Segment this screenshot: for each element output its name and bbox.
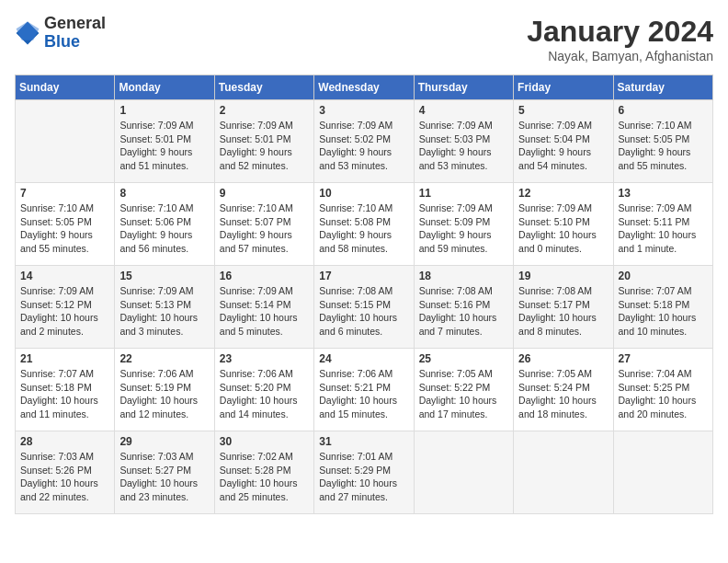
calendar-cell <box>16 100 115 183</box>
day-info: Sunrise: 7:09 AM Sunset: 5:09 PM Dayligh… <box>419 201 508 256</box>
day-info: Sunrise: 7:06 AM Sunset: 5:21 PM Dayligh… <box>319 367 408 421</box>
weekday-header: Sunday <box>16 75 115 100</box>
day-info: Sunrise: 7:09 AM Sunset: 5:10 PM Dayligh… <box>518 201 608 256</box>
day-info: Sunrise: 7:08 AM Sunset: 5:16 PM Dayligh… <box>419 284 508 339</box>
day-number: 25 <box>419 352 508 365</box>
day-number: 7 <box>20 187 109 200</box>
calendar-cell: 10Sunrise: 7:10 AM Sunset: 5:08 PM Dayli… <box>314 183 414 266</box>
calendar-week-row: 21Sunrise: 7:07 AM Sunset: 5:18 PM Dayli… <box>16 349 713 431</box>
calendar-week-row: 14Sunrise: 7:09 AM Sunset: 5:12 PM Dayli… <box>16 266 713 349</box>
day-number: 19 <box>518 270 608 282</box>
day-number: 27 <box>619 352 708 365</box>
calendar-cell <box>414 431 513 514</box>
day-number: 6 <box>619 104 708 117</box>
calendar-cell: 7Sunrise: 7:10 AM Sunset: 5:05 PM Daylig… <box>16 183 115 266</box>
calendar-cell <box>613 431 712 514</box>
day-info: Sunrise: 7:09 AM Sunset: 5:04 PM Dayligh… <box>518 119 608 173</box>
day-number: 26 <box>518 352 608 365</box>
day-info: Sunrise: 7:09 AM Sunset: 5:14 PM Dayligh… <box>220 284 309 339</box>
day-number: 28 <box>20 435 109 448</box>
day-number: 16 <box>220 270 309 282</box>
calendar-cell: 23Sunrise: 7:06 AM Sunset: 5:20 PM Dayli… <box>214 349 313 431</box>
day-info: Sunrise: 7:09 AM Sunset: 5:03 PM Dayligh… <box>419 119 508 173</box>
day-number: 17 <box>319 270 408 282</box>
day-number: 2 <box>220 104 309 117</box>
calendar-cell: 5Sunrise: 7:09 AM Sunset: 5:04 PM Daylig… <box>514 100 613 183</box>
day-number: 4 <box>419 104 508 117</box>
weekday-header: Wednesday <box>314 75 414 100</box>
calendar-cell: 14Sunrise: 7:09 AM Sunset: 5:12 PM Dayli… <box>16 266 115 349</box>
calendar-cell: 18Sunrise: 7:08 AM Sunset: 5:16 PM Dayli… <box>414 266 513 349</box>
day-info: Sunrise: 7:10 AM Sunset: 5:05 PM Dayligh… <box>20 201 109 256</box>
day-number: 11 <box>419 187 508 200</box>
logo-general: General <box>44 14 106 32</box>
day-info: Sunrise: 7:10 AM Sunset: 5:07 PM Dayligh… <box>220 201 309 256</box>
weekday-header: Thursday <box>414 75 513 100</box>
calendar-body: 1Sunrise: 7:09 AM Sunset: 5:01 PM Daylig… <box>16 100 713 514</box>
day-info: Sunrise: 7:10 AM Sunset: 5:06 PM Dayligh… <box>119 201 209 256</box>
calendar-cell: 8Sunrise: 7:10 AM Sunset: 5:06 PM Daylig… <box>115 183 214 266</box>
day-info: Sunrise: 7:05 AM Sunset: 5:24 PM Dayligh… <box>518 367 608 421</box>
logo-icon <box>15 20 40 46</box>
day-info: Sunrise: 7:08 AM Sunset: 5:15 PM Dayligh… <box>319 284 408 339</box>
calendar-cell: 6Sunrise: 7:10 AM Sunset: 5:05 PM Daylig… <box>613 100 712 183</box>
calendar-week-row: 1Sunrise: 7:09 AM Sunset: 5:01 PM Daylig… <box>16 100 713 183</box>
calendar-cell: 3Sunrise: 7:09 AM Sunset: 5:02 PM Daylig… <box>314 100 414 183</box>
day-info: Sunrise: 7:06 AM Sunset: 5:19 PM Dayligh… <box>119 367 209 421</box>
day-info: Sunrise: 7:04 AM Sunset: 5:25 PM Dayligh… <box>619 367 708 421</box>
weekday-header: Friday <box>514 75 613 100</box>
calendar-cell: 17Sunrise: 7:08 AM Sunset: 5:15 PM Dayli… <box>314 266 414 349</box>
calendar-cell: 24Sunrise: 7:06 AM Sunset: 5:21 PM Dayli… <box>314 349 414 431</box>
day-number: 31 <box>319 435 408 448</box>
calendar-cell: 30Sunrise: 7:02 AM Sunset: 5:28 PM Dayli… <box>214 431 313 514</box>
calendar-cell: 2Sunrise: 7:09 AM Sunset: 5:01 PM Daylig… <box>214 100 313 183</box>
weekday-header: Saturday <box>613 75 712 100</box>
logo-blue: Blue <box>44 32 80 51</box>
day-info: Sunrise: 7:09 AM Sunset: 5:12 PM Dayligh… <box>20 284 109 339</box>
weekday-header: Tuesday <box>214 75 313 100</box>
day-info: Sunrise: 7:03 AM Sunset: 5:26 PM Dayligh… <box>20 450 109 504</box>
day-number: 12 <box>518 187 608 200</box>
day-number: 1 <box>119 104 209 117</box>
day-number: 23 <box>220 352 309 365</box>
calendar-cell: 22Sunrise: 7:06 AM Sunset: 5:19 PM Dayli… <box>115 349 214 431</box>
calendar-cell: 29Sunrise: 7:03 AM Sunset: 5:27 PM Dayli… <box>115 431 214 514</box>
title-block: January 2024 Nayak, Bamyan, Afghanistan <box>527 15 713 63</box>
calendar-cell: 13Sunrise: 7:09 AM Sunset: 5:11 PM Dayli… <box>613 183 712 266</box>
calendar-week-row: 28Sunrise: 7:03 AM Sunset: 5:26 PM Dayli… <box>16 431 713 514</box>
day-info: Sunrise: 7:09 AM Sunset: 5:02 PM Dayligh… <box>319 119 408 173</box>
calendar-cell: 26Sunrise: 7:05 AM Sunset: 5:24 PM Dayli… <box>514 349 613 431</box>
page-header: General Blue January 2024 Nayak, Bamyan,… <box>15 15 713 63</box>
day-info: Sunrise: 7:09 AM Sunset: 5:13 PM Dayligh… <box>119 284 209 339</box>
day-info: Sunrise: 7:06 AM Sunset: 5:20 PM Dayligh… <box>220 367 309 421</box>
calendar-cell: 20Sunrise: 7:07 AM Sunset: 5:18 PM Dayli… <box>613 266 712 349</box>
day-number: 30 <box>220 435 309 448</box>
calendar-cell: 4Sunrise: 7:09 AM Sunset: 5:03 PM Daylig… <box>414 100 513 183</box>
day-number: 5 <box>518 104 608 117</box>
weekday-header: Monday <box>115 75 214 100</box>
calendar-cell: 25Sunrise: 7:05 AM Sunset: 5:22 PM Dayli… <box>414 349 513 431</box>
day-number: 29 <box>119 435 209 448</box>
day-info: Sunrise: 7:08 AM Sunset: 5:17 PM Dayligh… <box>518 284 608 339</box>
day-info: Sunrise: 7:09 AM Sunset: 5:11 PM Dayligh… <box>619 201 708 256</box>
day-number: 3 <box>319 104 408 117</box>
day-info: Sunrise: 7:07 AM Sunset: 5:18 PM Dayligh… <box>20 367 109 421</box>
logo-text: General Blue <box>44 15 106 52</box>
calendar-cell: 16Sunrise: 7:09 AM Sunset: 5:14 PM Dayli… <box>214 266 313 349</box>
day-number: 14 <box>20 270 109 282</box>
svg-marker-1 <box>17 21 40 40</box>
day-number: 15 <box>119 270 209 282</box>
day-number: 22 <box>119 352 209 365</box>
day-number: 13 <box>619 187 708 200</box>
location: Nayak, Bamyan, Afghanistan <box>527 49 713 63</box>
day-info: Sunrise: 7:10 AM Sunset: 5:05 PM Dayligh… <box>619 119 708 173</box>
day-info: Sunrise: 7:03 AM Sunset: 5:27 PM Dayligh… <box>119 450 209 504</box>
calendar-cell: 11Sunrise: 7:09 AM Sunset: 5:09 PM Dayli… <box>414 183 513 266</box>
month-title: January 2024 <box>527 15 713 49</box>
calendar-cell: 9Sunrise: 7:10 AM Sunset: 5:07 PM Daylig… <box>214 183 313 266</box>
day-number: 8 <box>119 187 209 200</box>
calendar-cell: 15Sunrise: 7:09 AM Sunset: 5:13 PM Dayli… <box>115 266 214 349</box>
day-info: Sunrise: 7:07 AM Sunset: 5:18 PM Dayligh… <box>619 284 708 339</box>
calendar-cell: 21Sunrise: 7:07 AM Sunset: 5:18 PM Dayli… <box>16 349 115 431</box>
logo: General Blue <box>15 15 106 52</box>
